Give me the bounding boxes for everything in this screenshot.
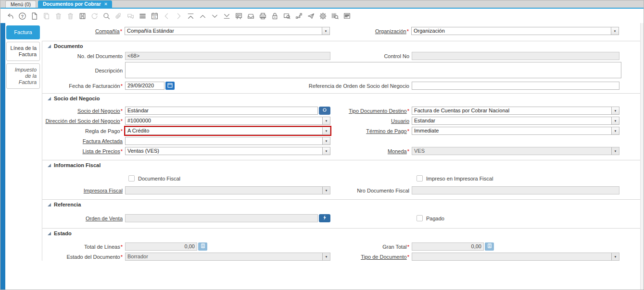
toolbar-zoom-window-button[interactable]	[281, 10, 293, 22]
toolbar-toggle-detail-button[interactable]	[137, 10, 149, 22]
toolbar-undo-button[interactable]	[4, 10, 16, 22]
toolbar-nav-right-button[interactable]	[173, 10, 185, 22]
toolbar-calendar-button[interactable]: 31	[149, 10, 161, 22]
chevron-down-icon[interactable]: ▼	[322, 147, 330, 155]
total-lineas-calculator-button[interactable]	[198, 242, 207, 251]
required-marker: *	[121, 118, 123, 124]
chevron-down-icon[interactable]: ▼	[322, 137, 330, 145]
tab-documentos-por-cobrar[interactable]: Documentos por Cobrar ×	[38, 0, 112, 8]
toolbar-lock-button[interactable]	[269, 10, 281, 22]
chevron-down-icon[interactable]: ▼	[611, 127, 619, 134]
find-icon	[102, 12, 111, 20]
toggle-detail-icon	[139, 12, 147, 20]
socio-negocio-search-button[interactable]	[319, 107, 330, 115]
toolbar-send-request-button[interactable]	[305, 10, 317, 22]
regla-pago-label: Regla de Pago*	[42, 127, 125, 135]
impreso-impresora-fiscal-checkbox[interactable]	[417, 175, 423, 181]
toolbar-requery-button[interactable]	[88, 10, 101, 22]
chevron-down-icon: ▼	[611, 253, 619, 260]
required-marker: *	[121, 128, 123, 134]
chevron-down-icon[interactable]: ▼	[322, 117, 330, 124]
sidebar-tab-linea-factura[interactable]: Línea de la Factura	[6, 42, 40, 61]
socio-negocio-input[interactable]: Estándar	[125, 107, 318, 115]
tipo-documento-destino-select[interactable]: Factura de Cuentas por Cobrar Nacional ▼	[412, 107, 619, 115]
required-marker: *	[407, 108, 409, 114]
section-referencia-title: Referencia	[54, 202, 81, 207]
chevron-down-icon[interactable]: ▼	[611, 27, 619, 35]
gran-total-calculator-button[interactable]	[485, 242, 494, 251]
toolbar-chat-button[interactable]	[125, 10, 137, 22]
toolbar-new-record-button[interactable]	[28, 10, 40, 22]
documento-fiscal-checkbox[interactable]	[128, 175, 135, 181]
save-icon	[78, 12, 87, 20]
tab-menu[interactable]: Menú (0)	[5, 0, 36, 8]
orden-venta-zoom-button[interactable]	[319, 214, 330, 222]
toolbar-workflow-button[interactable]	[293, 10, 305, 22]
toolbar-preferences-button[interactable]	[317, 10, 329, 22]
sidebar: Factura Línea de la Factura Impuesto de …	[0, 23, 42, 290]
required-marker: *	[121, 108, 123, 114]
toolbar-archive-button[interactable]	[245, 10, 257, 22]
toolbar-previous-record-button[interactable]	[197, 10, 209, 22]
compania-select[interactable]: Compañía Estándar ▼	[125, 27, 330, 35]
chevron-down-icon[interactable]: ▼	[322, 253, 330, 260]
chevron-down-icon[interactable]: ▼	[322, 127, 330, 134]
section-referencia[interactable]: Referencia	[42, 199, 644, 209]
toolbar-next-record-button[interactable]	[209, 10, 221, 22]
direccion-socio-select[interactable]: #1000000 ▼	[125, 117, 330, 125]
toolbar-first-record-button[interactable]	[185, 10, 197, 22]
toolbar-product-search-button[interactable]	[329, 10, 341, 22]
toolbar-save-button[interactable]	[76, 10, 88, 22]
direccion-socio-label: Dirección del Socio del Negocio*	[42, 117, 125, 125]
toolbar-copy-record-button[interactable]	[40, 10, 52, 22]
workflow-icon	[295, 12, 303, 20]
toolbar-delete-record-button[interactable]	[52, 10, 64, 22]
toolbar-report-viewer-button[interactable]	[233, 10, 245, 22]
factura-afectada-select[interactable]: ▼	[125, 137, 330, 145]
usuario-select[interactable]: Estandar ▼	[412, 117, 619, 125]
descripcion-textarea[interactable]	[125, 62, 621, 78]
sidebar-tab-impuesto-factura[interactable]: Impuesto de la Factura	[6, 63, 40, 89]
preferences-icon	[319, 12, 327, 20]
section-socio-del-negocio[interactable]: Socio del Negocio	[42, 93, 644, 103]
archive-icon	[247, 12, 255, 20]
total-lineas-label: Total de Líneas*	[42, 242, 125, 251]
impresora-fiscal-select: ▼	[125, 186, 330, 194]
copy-record-icon	[42, 12, 51, 20]
fecha-facturacion-input[interactable]: 29/09/2020	[125, 82, 164, 90]
help-icon: ?	[18, 12, 26, 20]
toolbar: ?31	[0, 9, 644, 23]
chevron-down-icon[interactable]: ▼	[611, 107, 619, 114]
required-marker: *	[121, 148, 123, 154]
toolbar-nav-left-button[interactable]	[161, 10, 173, 22]
toolbar-delete-selection-button[interactable]	[64, 10, 76, 22]
section-estado[interactable]: Estado	[42, 228, 644, 238]
close-icon[interactable]: ×	[104, 0, 107, 8]
toolbar-help-button[interactable]: ?	[16, 10, 28, 22]
collapse-icon	[48, 232, 51, 235]
required-marker: *	[121, 83, 123, 89]
scrollbar[interactable]	[640, 23, 644, 290]
organizacion-select[interactable]: Organización ▼	[411, 27, 619, 35]
tab-documentos-label: Documentos por Cobrar	[43, 0, 101, 8]
toolbar-print-button[interactable]	[257, 10, 269, 22]
pagado-checkbox[interactable]	[417, 215, 423, 221]
chevron-down-icon[interactable]: ▼	[322, 27, 329, 35]
regla-pago-select[interactable]: A Crédito ▼	[125, 127, 330, 135]
toolbar-report-window-button[interactable]	[341, 10, 353, 22]
section-informacion-fiscal[interactable]: Informacion Fiscal	[42, 160, 644, 169]
section-documento[interactable]: Documento	[42, 41, 644, 50]
toolbar-last-record-button[interactable]	[221, 10, 233, 22]
estado-documento-select[interactable]: Borrador ▼	[125, 253, 330, 261]
control-no-label: Control No	[330, 52, 412, 60]
new-record-icon	[30, 12, 38, 20]
chevron-down-icon[interactable]: ▼	[611, 117, 619, 124]
toolbar-find-button[interactable]	[101, 10, 113, 22]
lista-precios-select[interactable]: Ventas (VES) ▼	[125, 147, 330, 155]
termino-pago-select[interactable]: Immediate ▼	[412, 127, 619, 135]
gran-total-field: 0,00	[412, 242, 484, 251]
toolbar-attachment-button[interactable]	[113, 10, 125, 22]
calendar-button[interactable]	[165, 82, 175, 90]
sidebar-tab-factura[interactable]: Factura	[6, 25, 40, 39]
referencia-orden-input[interactable]	[412, 82, 619, 90]
